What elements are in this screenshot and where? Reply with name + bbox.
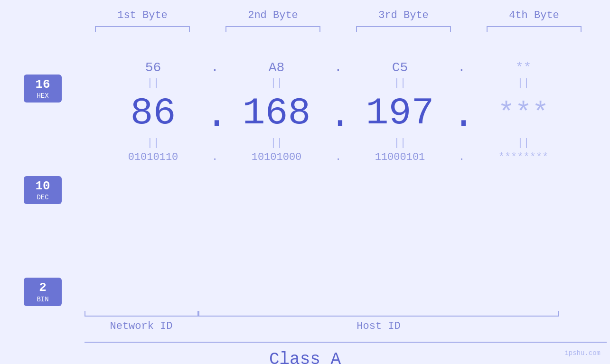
bracket-top-4	[487, 26, 582, 32]
dec-row: 86 . 168 . 197 . ***	[76, 92, 601, 135]
content-area: 16 HEX 10 DEC 2 BIN 56 . A8 . C5 . **	[0, 41, 610, 306]
dec-b2: 168	[225, 92, 329, 135]
dec-dot-2: .	[329, 94, 348, 137]
bin-b4: ********	[471, 151, 576, 163]
host-id-label: Host ID	[198, 320, 559, 332]
badges-column: 16 HEX 10 DEC 2 BIN	[0, 46, 62, 306]
bin-badge-number: 2	[39, 280, 47, 295]
bin-dot-1: .	[206, 151, 225, 163]
dec-badge: 10 DEC	[24, 176, 62, 204]
top-brackets	[77, 26, 600, 32]
eq1-b3: ||	[348, 77, 452, 89]
hex-dot-2: .	[329, 60, 348, 75]
hex-badge-number: 16	[35, 77, 50, 92]
eq1-b1: ||	[101, 77, 206, 89]
bin-dot-2: .	[329, 151, 348, 163]
dec-b4: ***	[471, 97, 576, 130]
eq-row-2: || || || ||	[76, 137, 601, 149]
bottom-brackets	[84, 311, 607, 317]
class-label: Class A	[0, 350, 610, 364]
watermark: ipshu.com	[564, 349, 601, 357]
hex-badge: 16 HEX	[24, 75, 62, 103]
bracket-top-3	[356, 26, 451, 32]
hex-b2: A8	[225, 60, 329, 75]
bottom-labels: Network ID Host ID	[84, 320, 607, 332]
bracket-top-2	[225, 26, 320, 32]
byte-labels-row: 1st Byte 2nd Byte 3rd Byte 4th Byte	[77, 9, 600, 21]
bracket-network	[84, 311, 198, 317]
bracket-top-1	[95, 26, 190, 32]
bin-b2: 10101000	[225, 151, 329, 163]
dec-dot-1: .	[206, 94, 225, 137]
network-id-label: Network ID	[84, 320, 198, 332]
hex-b1: 56	[101, 60, 206, 75]
byte-label-1: 1st Byte	[90, 9, 195, 21]
main-container: 1st Byte 2nd Byte 3rd Byte 4th Byte 16 H…	[0, 0, 610, 364]
bin-badge-label: BIN	[37, 296, 48, 303]
eq1-b2: ||	[225, 77, 329, 89]
dec-badge-number: 10	[35, 179, 50, 194]
hex-row: 56 . A8 . C5 . **	[76, 60, 601, 75]
bin-badge: 2 BIN	[24, 278, 62, 306]
eq2-b4: ||	[471, 137, 576, 149]
hex-b3: C5	[348, 60, 452, 75]
eq2-b3: ||	[348, 137, 452, 149]
big-bracket	[84, 342, 607, 343]
dec-b3: 197	[348, 92, 452, 135]
hex-badge-label: HEX	[37, 92, 48, 100]
bin-dot-3: .	[452, 151, 471, 163]
byte-label-3: 3rd Byte	[351, 9, 456, 21]
dec-dot-3: .	[452, 94, 471, 137]
byte-label-4: 4th Byte	[482, 9, 586, 21]
dec-badge-label: DEC	[37, 194, 48, 201]
bottom-section: Network ID Host ID	[84, 311, 607, 332]
bin-b3: 11000101	[348, 151, 452, 163]
eq2-b1: ||	[101, 137, 206, 149]
hex-dot-1: .	[206, 60, 225, 75]
data-grid: 56 . A8 . C5 . ** || || || || 86	[76, 41, 601, 163]
bin-b1: 01010110	[101, 151, 206, 163]
eq2-b2: ||	[225, 137, 329, 149]
dec-b1: 86	[101, 92, 206, 135]
byte-label-2: 2nd Byte	[221, 9, 325, 21]
bin-row: 01010110 . 10101000 . 11000101 . *******…	[76, 151, 601, 163]
hex-b4: **	[471, 60, 576, 75]
eq1-b4: ||	[471, 77, 576, 89]
bracket-host	[198, 311, 559, 317]
hex-dot-3: .	[452, 60, 471, 75]
eq-row-1: || || || ||	[76, 77, 601, 89]
